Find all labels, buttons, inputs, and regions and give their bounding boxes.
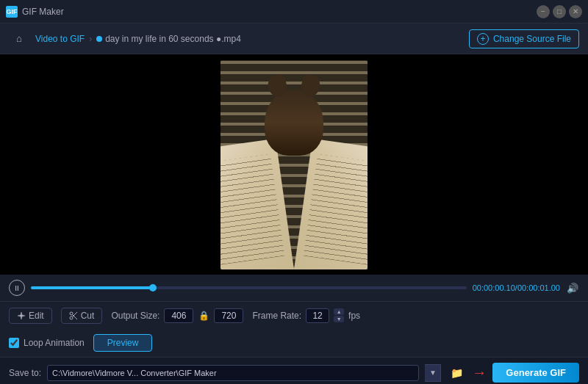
title-bar-left: GIF GIF Maker	[6, 6, 64, 18]
volume-icon[interactable]: 🔊	[566, 281, 579, 294]
frame-rate-spinners: ▲ ▼	[334, 308, 344, 322]
time-display: 00:00:00.10/00:00:01.00	[473, 283, 560, 292]
window-controls[interactable]: − □ ✕	[537, 5, 582, 18]
output-size-group: Output Size: 406 🔒 720	[111, 308, 243, 323]
edit-sparkle-icon	[17, 311, 26, 320]
save-path-input[interactable]: C:\Vidmore\Vidmore V... Converter\GIF Ma…	[47, 365, 419, 381]
nav-left: ⌂ Video to GIF › day in my life in 60 se…	[9, 29, 241, 49]
frame-rate-label: Frame Rate:	[252, 311, 301, 321]
breadcrumb-file: day in my life in 60 seconds ●.mp4	[96, 34, 241, 44]
svg-line-2	[72, 314, 77, 319]
loop-animation-group: Loop Animation	[9, 338, 85, 348]
output-width-input[interactable]: 406	[164, 308, 193, 323]
output-height-input[interactable]: 720	[214, 308, 243, 323]
save-bar: Save to: C:\Vidmore\Vidmore V... Convert…	[0, 357, 588, 384]
cut-label: Cut	[81, 311, 95, 321]
breadcrumb-section[interactable]: Video to GIF	[35, 34, 85, 44]
title-bar: GIF GIF Maker − □ ✕	[0, 0, 588, 23]
video-frame-inner	[220, 60, 368, 269]
current-time: 00:00:00.10	[473, 283, 515, 292]
pause-icon: ⏸	[13, 284, 21, 292]
change-source-label: Change Source File	[493, 34, 571, 44]
frame-rate-group: Frame Rate: 12 ▲ ▼ fps	[252, 308, 360, 323]
home-icon: ⌂	[16, 33, 22, 44]
edit-label: Edit	[29, 311, 44, 321]
svg-point-1	[70, 316, 73, 319]
loop-animation-checkbox[interactable]	[9, 338, 19, 348]
home-button[interactable]: ⌂	[9, 29, 29, 49]
file-dot-icon	[96, 36, 102, 42]
lock-icon[interactable]: 🔒	[198, 310, 209, 322]
loop-bar: Loop Animation Preview	[0, 329, 588, 357]
seek-bar[interactable]	[31, 286, 467, 289]
save-to-label: Save to:	[9, 368, 41, 378]
cut-button[interactable]: Cut	[61, 308, 103, 324]
pause-button[interactable]: ⏸	[9, 280, 25, 296]
nav-bar: ⌂ Video to GIF › day in my life in 60 se…	[0, 23, 588, 54]
breadcrumb-filename: day in my life in 60 seconds ●.mp4	[105, 34, 241, 44]
edit-button[interactable]: Edit	[9, 308, 52, 324]
dog-silhouette	[265, 90, 323, 156]
frame-rate-up-button[interactable]: ▲	[334, 308, 344, 315]
change-source-button[interactable]: + Change Source File	[469, 29, 579, 48]
minimize-button[interactable]: −	[537, 5, 550, 18]
book-left-page	[220, 138, 294, 269]
maximize-button[interactable]: □	[553, 5, 566, 18]
open-folder-button[interactable]: 📁	[447, 363, 466, 383]
loop-animation-label: Loop Animation	[24, 338, 85, 348]
svg-point-0	[70, 312, 73, 315]
frame-rate-down-button[interactable]: ▼	[334, 316, 344, 322]
video-area	[0, 54, 588, 275]
seek-bar-thumb	[149, 284, 157, 291]
seek-bar-progress	[31, 286, 153, 289]
generate-gif-button[interactable]: Generate GIF	[492, 363, 579, 383]
app-title: GIF Maker	[22, 7, 64, 17]
playback-controls: ⏸ 00:00:00.10/00:00:01.00 🔊	[0, 275, 588, 301]
output-size-label: Output Size:	[111, 311, 159, 321]
dropdown-arrow-icon: ▼	[429, 369, 437, 377]
save-path-dropdown[interactable]: ▼	[425, 364, 441, 382]
svg-line-3	[72, 312, 77, 317]
book-right-page	[294, 138, 368, 269]
breadcrumb-separator: ›	[89, 34, 92, 44]
preview-button[interactable]: Preview	[93, 334, 153, 352]
total-time: 00:00:01.00	[517, 283, 560, 292]
frame-rate-input[interactable]: 12	[306, 308, 329, 323]
arrow-right-icon: →	[472, 364, 487, 381]
plus-circle-icon: +	[477, 33, 489, 45]
folder-icon: 📁	[451, 367, 463, 379]
video-frame	[220, 60, 368, 269]
close-button[interactable]: ✕	[569, 5, 582, 18]
scissors-icon	[69, 311, 78, 320]
edit-bar: Edit Cut Output Size: 406 🔒 720 Frame Ra…	[0, 301, 588, 329]
breadcrumb: Video to GIF › day in my life in 60 seco…	[35, 34, 241, 44]
app-icon: GIF	[6, 6, 18, 18]
fps-label: fps	[348, 311, 360, 321]
